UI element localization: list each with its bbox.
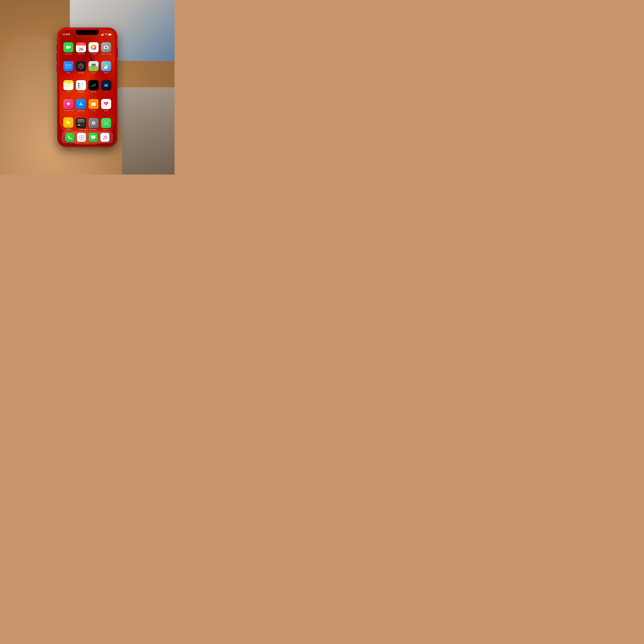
reminders-icon (76, 80, 86, 90)
app-stocks[interactable]: Bourse (88, 75, 99, 93)
svg-marker-61 (66, 102, 70, 106)
dock-messages[interactable] (89, 133, 98, 142)
svg-marker-7 (69, 46, 71, 49)
svg-rect-66 (77, 121, 85, 123)
tv-icon (103, 82, 109, 88)
svg-rect-0 (101, 35, 101, 36)
app-faceid[interactable]: Face ID (100, 113, 112, 131)
app-maps[interactable]: 280 Plans (88, 56, 99, 74)
weather-icon (103, 63, 110, 70)
svg-rect-50 (76, 80, 86, 90)
dock-phone[interactable] (65, 133, 74, 142)
app-weather[interactable]: Météo (100, 56, 112, 74)
tv-label: TV (105, 91, 107, 93)
svg-rect-1 (102, 34, 102, 36)
weather-label: Météo (104, 72, 108, 74)
page-dot-1[interactable] (85, 129, 86, 130)
phone-call-icon (67, 135, 73, 140)
app-wallet[interactable]: Wallet (75, 113, 87, 131)
svg-rect-2 (102, 34, 103, 36)
svg-point-52 (78, 85, 80, 87)
svg-rect-69 (77, 123, 85, 124)
mail-icon (65, 63, 71, 69)
wallet-icon (76, 118, 86, 128)
health-label: Santé (104, 110, 108, 112)
svg-point-53 (78, 87, 80, 89)
page-dot-3[interactable] (89, 129, 90, 130)
wifi-icon (105, 34, 107, 36)
svg-point-51 (78, 83, 80, 84)
safari-icon (79, 135, 84, 140)
appstore-label: App Store (77, 110, 85, 112)
volume-down-button[interactable] (57, 64, 57, 72)
books-label: Livres (91, 110, 96, 112)
dock (61, 131, 113, 143)
location-icon (69, 34, 70, 35)
svg-rect-68 (78, 119, 84, 120)
app-appstore[interactable]: App Store (75, 94, 87, 112)
svg-rect-49 (63, 81, 73, 83)
app-books[interactable]: Livres (88, 94, 99, 112)
phone-screen: 11:28 (60, 30, 115, 145)
mail-label: Mail (67, 72, 70, 74)
svg-rect-6 (66, 46, 69, 49)
svg-rect-31 (88, 66, 99, 71)
page-dot-2[interactable] (87, 129, 88, 130)
app-prix[interactable]: $ Prix (63, 117, 73, 130)
reminders-label: Rappels (78, 91, 84, 93)
status-time: 11:28 (62, 33, 70, 36)
app-health[interactable]: Santé (100, 94, 112, 112)
svg-point-29 (81, 66, 81, 66)
svg-rect-5 (109, 34, 111, 35)
app-tv[interactable]: TV (100, 75, 112, 93)
app-facetime[interactable]: FaceTime (62, 37, 74, 55)
dock-safari[interactable] (77, 133, 86, 142)
app-clock[interactable]: Horloge (75, 56, 87, 74)
settings-icon (91, 120, 97, 126)
status-icons (101, 34, 112, 36)
power-button[interactable] (117, 49, 118, 58)
phone: 11:28 (58, 28, 117, 147)
app-itunes[interactable]: iTunes Store (62, 94, 74, 112)
mail-badge: 9 (71, 61, 73, 63)
calendar-label: Calendrier (77, 53, 85, 55)
dock-music[interactable] (100, 133, 109, 142)
photos-icon (88, 42, 99, 52)
mute-button[interactable] (57, 45, 57, 51)
svg-point-76 (69, 121, 69, 122)
app-camera[interactable]: Appareil photo (100, 37, 112, 55)
app-photos[interactable]: Photos (88, 37, 99, 55)
svg-marker-57 (91, 84, 96, 87)
svg-point-19 (106, 47, 107, 48)
svg-point-89 (103, 138, 104, 139)
stocks-icon (91, 82, 97, 88)
svg-point-72 (93, 122, 94, 124)
health-icon (103, 101, 109, 107)
page-dots (60, 129, 115, 130)
svg-rect-3 (103, 34, 103, 36)
maps-icon: 280 (88, 61, 99, 71)
music-icon (102, 135, 108, 140)
appstore-icon (78, 101, 84, 107)
volume-up-button[interactable] (57, 53, 57, 62)
photos-label: Photos (91, 53, 96, 55)
battery-icon (108, 34, 112, 36)
facetime-icon (65, 44, 71, 50)
app-mail[interactable]: 9 Mail (62, 56, 74, 74)
prix-icon: $ (65, 119, 71, 125)
svg-rect-70 (78, 124, 80, 126)
clock-icon (78, 63, 84, 69)
facetime-label: FaceTime (65, 53, 72, 55)
app-calendar[interactable]: Vendredi 26 Calendrier (75, 37, 87, 55)
app-settings[interactable]: Réglages (88, 113, 99, 131)
itunes-icon (65, 101, 71, 107)
app-notes[interactable]: Notes (62, 75, 74, 93)
svg-point-90 (105, 138, 106, 139)
svg-point-42 (104, 67, 106, 68)
app-reminders[interactable]: Rappels (75, 75, 87, 93)
books-icon (91, 101, 97, 107)
notch (76, 30, 99, 35)
notes-label: Notes (66, 91, 71, 93)
svg-text:280: 280 (92, 65, 95, 66)
camera-label: Appareil photo (101, 53, 111, 55)
